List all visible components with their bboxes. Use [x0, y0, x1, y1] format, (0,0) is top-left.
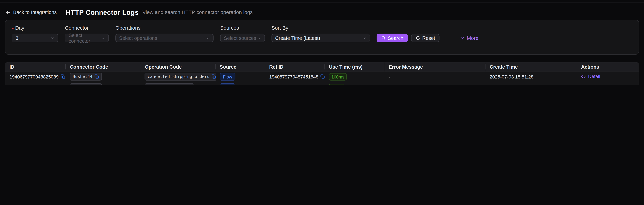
filter-label-operations: Operations — [116, 25, 214, 31]
error-message: - — [389, 74, 390, 79]
column-header-ref-id: Ref ID — [265, 62, 325, 71]
column-header-actions: Actions — [577, 62, 639, 71]
filter-label-sources: Sources — [220, 25, 265, 31]
more-label: More — [467, 35, 478, 41]
filter-label-connector: Connector — [65, 25, 109, 31]
use-time-badge: 100ms — [329, 73, 347, 80]
chevron-down-icon — [460, 36, 465, 40]
use-time-badge: 96ms — [329, 84, 344, 85]
column-header-id: ID — [5, 62, 66, 71]
column-header-source: Source — [216, 62, 265, 71]
refresh-icon — [416, 36, 420, 40]
detail-link[interactable]: Detail — [581, 84, 600, 85]
sources-select[interactable]: Select sources — [220, 34, 265, 42]
connector-code-tag: Bushel44 — [70, 73, 102, 80]
page-title: HTTP Connector Logs — [66, 8, 139, 16]
more-filters-toggle[interactable]: More — [460, 34, 478, 42]
eye-icon — [581, 84, 586, 85]
chevron-down-icon — [362, 36, 366, 40]
search-icon — [381, 36, 386, 40]
chevron-down-icon — [206, 36, 210, 40]
column-header-error-message: Error Message — [384, 62, 486, 71]
operation-code-tag: cancelled-shipping-orders — [145, 73, 216, 80]
arrow-left-icon — [5, 10, 10, 15]
day-select[interactable]: 3 — [12, 34, 58, 42]
column-header-connector-code: Connector Code — [66, 62, 140, 71]
copy-connector-code-icon[interactable] — [94, 74, 99, 79]
column-header-use-time-ms-: Use Time (ms) — [325, 62, 384, 71]
chevron-down-icon — [101, 36, 105, 40]
detail-link[interactable]: Detail — [581, 74, 600, 79]
filter-field-sources: SourcesSelect sources — [220, 25, 265, 42]
logs-table-card: IDConnector CodeOperation CodeSourceRef … — [5, 62, 639, 85]
copy-ref-id-icon[interactable] — [320, 74, 325, 79]
logs-table: IDConnector CodeOperation CodeSourceRef … — [5, 62, 638, 85]
copy-id-icon[interactable] — [60, 74, 65, 79]
table-row: 1940679770894299137Bushel44shipping-orde… — [5, 82, 638, 85]
filter-label-day: *Day — [12, 25, 58, 31]
create-time: 2025-07-03 15:51:28 — [490, 85, 534, 85]
sort-by-select[interactable]: Create Time (Latest) — [272, 34, 370, 42]
cell-value: 1940679770487451648 — [269, 74, 318, 79]
chevron-down-icon — [257, 36, 261, 40]
search-button[interactable]: Search — [376, 34, 408, 42]
connector-select[interactable]: Select connector — [65, 34, 109, 42]
cell-value: 1940679770948825089 — [9, 74, 58, 79]
top-divider — [0, 2, 644, 2]
filter-row: *Day3ConnectorSelect connectorOperations… — [12, 25, 632, 42]
cell-value: 1940679770470674432 — [269, 85, 318, 85]
page-subtitle: View and search HTTP connector operation… — [142, 9, 253, 15]
cell-value: 1940679770894299137 — [9, 85, 58, 85]
create-time: 2025-07-03 15:51:28 — [490, 74, 534, 79]
eye-icon — [581, 74, 586, 79]
page-header: Back to Integrations HTTP Connector Logs… — [0, 0, 644, 20]
filter-panel: *Day3ConnectorSelect connectorOperations… — [5, 20, 639, 55]
chevron-down-icon — [50, 36, 55, 40]
source-badge: Flow — [220, 84, 236, 85]
operation-code-tag: shipping-orders — [145, 84, 194, 85]
table-header-row: IDConnector CodeOperation CodeSourceRef … — [5, 62, 638, 71]
filter-field-day: *Day3 — [12, 25, 58, 42]
back-link-label: Back to Integrations — [13, 9, 57, 15]
reset-button-label: Reset — [422, 35, 435, 41]
filter-field-sort-by: Sort ByCreate Time (Latest) — [272, 25, 370, 42]
required-asterisk: * — [12, 26, 14, 31]
search-button-label: Search — [388, 35, 404, 41]
source-badge: Flow — [220, 73, 236, 80]
operations-select[interactable]: Select operations — [116, 34, 214, 42]
column-header-create-time: Create Time — [486, 62, 577, 71]
filter-label-sort-by: Sort By — [272, 25, 370, 31]
reset-button[interactable]: Reset — [411, 34, 440, 42]
back-to-integrations-link[interactable]: Back to Integrations — [5, 9, 57, 15]
column-header-operation-code: Operation Code — [140, 62, 216, 71]
error-message: - — [389, 85, 390, 85]
http-connector-logs-page: Back to Integrations HTTP Connector Logs… — [0, 0, 644, 85]
connector-code-tag: Bushel44 — [70, 84, 102, 85]
filter-field-connector: ConnectorSelect connector — [65, 25, 109, 42]
copy-operation-code-icon[interactable] — [212, 74, 216, 79]
filter-field-operations: OperationsSelect operations — [116, 25, 214, 42]
table-row: 1940679770948825089Bushel44cancelled-shi… — [5, 71, 638, 82]
